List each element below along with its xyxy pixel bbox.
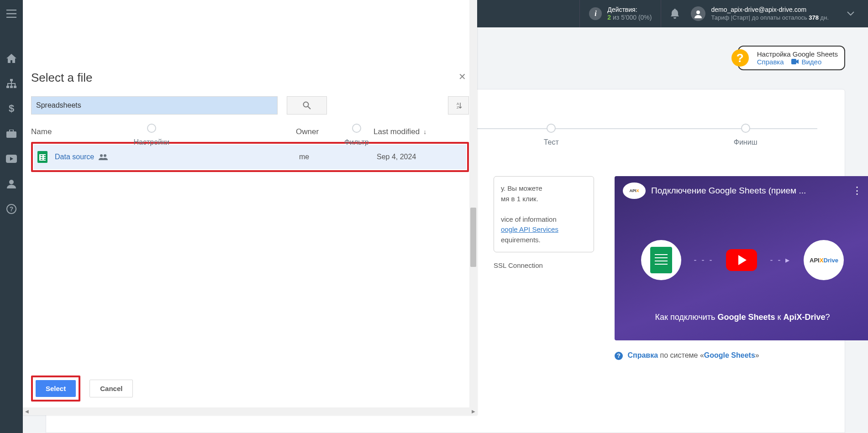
chevron-down-icon[interactable] <box>847 11 854 16</box>
step-filter[interactable]: Фильтр <box>344 124 369 146</box>
help-link-video[interactable]: Видео <box>801 58 821 66</box>
notifications-icon[interactable] <box>670 9 679 19</box>
picker-columns-header: Name Owner Last modified ↓ <box>31 121 469 142</box>
sort-button[interactable]: AZ <box>448 96 469 115</box>
reference-link[interactable]: ? Справка по системе «Google Sheets» <box>615 351 868 360</box>
file-row[interactable]: Data source me Sep 4, 2024 <box>34 145 466 169</box>
svg-rect-5 <box>6 131 16 138</box>
horizontal-scrollbar[interactable]: ◀ ▶ <box>23 407 477 415</box>
step-test[interactable]: Тест <box>544 124 559 146</box>
sort-arrow-down-icon: ↓ <box>423 128 426 136</box>
nav-dollar-icon[interactable]: $ <box>0 96 23 121</box>
file-name: Data source <box>55 153 94 161</box>
scroll-right-icon[interactable]: ▶ <box>469 407 477 415</box>
sort-az-icon: AZ <box>455 102 462 109</box>
help-title: Настройка Google Sheets <box>757 50 838 58</box>
select-button[interactable]: Select <box>36 380 76 397</box>
video-block: APIX Подключение Google Sheets (прием ..… <box>615 176 868 360</box>
video-thumbnail[interactable]: APIX Подключение Google Sheets (прием ..… <box>615 176 868 340</box>
filter-input[interactable] <box>31 96 278 115</box>
svg-text:?: ? <box>10 205 14 213</box>
picker-title: Select a file <box>31 68 469 96</box>
api-services-link[interactable]: oogle API Services <box>501 225 558 233</box>
file-date: Sep 4, 2024 <box>377 153 463 161</box>
video-channel-logo-icon: APIX <box>623 183 646 199</box>
close-icon[interactable]: ✕ <box>458 71 466 82</box>
svg-rect-3 <box>14 86 16 88</box>
search-button[interactable] <box>287 96 327 115</box>
actions-count: 2 <box>607 14 611 21</box>
svg-rect-6 <box>10 130 13 132</box>
svg-rect-12 <box>791 59 796 64</box>
svg-point-13 <box>304 102 309 107</box>
user-email: demo_apix-drive@apix-drive.com <box>711 5 829 14</box>
svg-text:Z: Z <box>457 105 459 109</box>
help-box: ? Настройка Google Sheets Справка Видео <box>738 46 845 70</box>
scroll-left-icon[interactable]: ◀ <box>23 407 31 415</box>
nav-help-icon[interactable]: ? <box>0 196 23 221</box>
select-button-highlight: Select <box>31 376 80 402</box>
video-caption: Как подключить Google Sheets к ApiX-Driv… <box>615 313 868 322</box>
info-panel-fragment: у. Вы можете мя в 1 клик. vice of inform… <box>494 176 594 269</box>
col-modified[interactable]: Last modified ↓ <box>374 127 469 136</box>
nav-user-icon[interactable] <box>0 171 23 196</box>
file-owner: me <box>299 153 377 161</box>
video-camera-icon <box>791 58 800 66</box>
nav-youtube-icon[interactable] <box>0 146 23 171</box>
actions-counter[interactable]: i Действия: 2 из 5'000 (0%) <box>579 0 661 27</box>
svg-point-8 <box>9 180 14 184</box>
arrow-icon: - - ▸ <box>770 255 791 265</box>
svg-rect-1 <box>6 86 9 88</box>
play-icon[interactable] <box>726 249 757 271</box>
svg-rect-0 <box>10 79 13 81</box>
help-link-reference[interactable]: Справка <box>757 58 784 66</box>
info-icon: ? <box>615 352 623 360</box>
menu-toggle-icon[interactable] <box>0 0 23 27</box>
file-picker-modal: ✕ Select a file AZ Name Owner Last modif… <box>23 0 477 415</box>
ssl-label: SSL Connection <box>494 261 594 269</box>
info-icon: i <box>589 7 602 20</box>
shared-icon <box>99 154 108 160</box>
file-row-highlight: Data source me Sep 4, 2024 <box>31 142 469 172</box>
svg-point-16 <box>100 154 103 157</box>
apix-logo-icon: APIXDrive <box>804 240 844 280</box>
sheets-app-icon <box>641 240 681 280</box>
help-question-icon: ? <box>731 49 749 67</box>
nav-sitemap-icon[interactable] <box>0 71 23 96</box>
cancel-button[interactable]: Cancel <box>89 380 133 397</box>
svg-point-11 <box>696 10 700 14</box>
svg-text:$: $ <box>9 104 14 114</box>
actions-label: Действия: <box>607 6 652 14</box>
svg-point-17 <box>104 154 106 157</box>
dots-icon: - - - <box>694 256 714 265</box>
vertical-scrollbar[interactable] <box>469 0 477 407</box>
nav-home-icon[interactable] <box>0 46 23 71</box>
search-icon <box>303 101 311 110</box>
video-menu-icon[interactable]: ⋮ <box>852 185 862 197</box>
svg-rect-2 <box>10 86 13 88</box>
user-avatar-icon[interactable] <box>691 6 705 21</box>
step-settings[interactable]: Настройки <box>133 124 169 146</box>
video-title: Подключение Google Sheets (прием ... <box>651 186 847 196</box>
step-finish[interactable]: Финиш <box>734 124 758 146</box>
sheets-file-icon <box>37 151 47 163</box>
nav-briefcase-icon[interactable] <box>0 121 23 146</box>
left-sidebar: $ ? <box>0 0 23 433</box>
user-info[interactable]: demo_apix-drive@apix-drive.com Тариф |Ст… <box>711 5 829 21</box>
